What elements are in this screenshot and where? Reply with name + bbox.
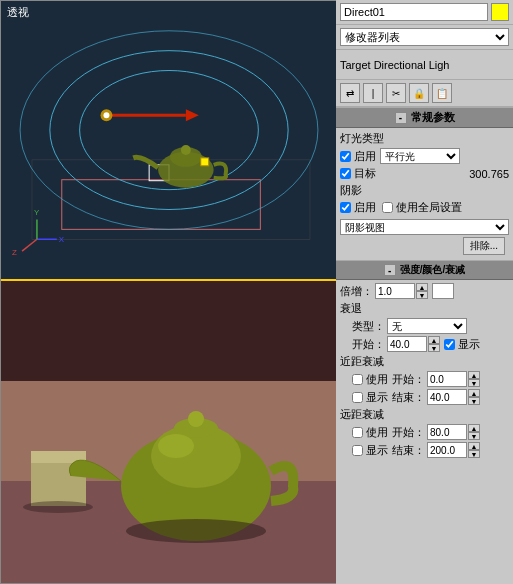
target-value: 300.765 <box>469 168 509 180</box>
near-attn-label-row: 近距衰减 <box>340 354 509 369</box>
near-use-checkbox[interactable] <box>352 374 363 385</box>
near-end-up[interactable]: ▲ <box>468 389 480 397</box>
viewport-top[interactable]: 透视 <box>1 1 336 281</box>
intensity-collapse[interactable]: - <box>384 264 396 276</box>
desc-text: Target Directional Ligh <box>340 59 449 71</box>
enable-type-row: 启用 平行光 <box>340 148 509 164</box>
far-start-down[interactable]: ▼ <box>468 432 480 440</box>
far-start-input[interactable] <box>427 424 467 440</box>
viewport-bottom[interactable] <box>1 281 336 583</box>
multiplier-input[interactable] <box>375 283 415 299</box>
name-row <box>336 0 513 25</box>
far-end-down[interactable]: ▼ <box>468 450 480 458</box>
svg-point-2 <box>50 51 288 210</box>
far-use-checkbox[interactable] <box>352 427 363 438</box>
normal-params-body: 灯光类型 启用 平行光 目标 300.765 阴影 启用 <box>336 128 513 260</box>
far-end-up[interactable]: ▲ <box>468 442 480 450</box>
shadow-global-checkbox[interactable] <box>382 202 393 213</box>
svg-rect-19 <box>201 158 209 166</box>
near-end-input[interactable] <box>427 389 467 405</box>
near-start-down[interactable]: ▼ <box>468 379 480 387</box>
decay-type-label: 类型： <box>352 319 385 334</box>
desc-row: Target Directional Ligh <box>336 50 513 80</box>
svg-text:Z: Z <box>12 248 17 257</box>
far-end-input[interactable] <box>427 442 467 458</box>
modifier-list-dropdown[interactable]: 修改器列表 <box>340 28 509 46</box>
multiplier-up[interactable]: ▲ <box>416 283 428 291</box>
near-start-label: 开始： <box>392 372 425 387</box>
multiplier-label: 倍增： <box>340 284 373 299</box>
decay-type-row: 类型： 无 <box>352 318 509 334</box>
decay-start-input[interactable] <box>387 336 427 352</box>
decay-type-dropdown[interactable]: 无 <box>387 318 467 334</box>
left-panel: 透视 <box>0 0 335 584</box>
light-type-row: 灯光类型 <box>340 131 509 146</box>
light-type-label: 灯光类型 <box>340 131 384 146</box>
near-attn-label: 近距衰减 <box>340 354 384 369</box>
svg-point-30 <box>23 501 93 513</box>
svg-point-31 <box>158 434 194 458</box>
decay-start-up[interactable]: ▲ <box>428 336 440 344</box>
icon-btn-3[interactable]: 🔒 <box>409 83 429 103</box>
svg-point-29 <box>126 519 266 543</box>
far-attn-label-row: 远距衰减 <box>340 407 509 422</box>
light-type-dropdown[interactable]: 平行光 <box>380 148 460 164</box>
far-start-up[interactable]: ▲ <box>468 424 480 432</box>
near-show-label: 显示 <box>366 390 388 405</box>
icon-btn-2[interactable]: ✂ <box>386 83 406 103</box>
svg-text:Y: Y <box>34 208 40 217</box>
enable-label: 启用 <box>354 149 376 164</box>
exclude-button[interactable]: 排除... <box>463 237 505 255</box>
near-use-label: 使用 <box>366 372 388 387</box>
decay-show-checkbox[interactable] <box>444 339 455 350</box>
multiplier-down[interactable]: ▼ <box>416 291 428 299</box>
decay-start-row: 开始： ▲ ▼ 显示 <box>352 336 509 352</box>
shadow-global-label: 使用全局设置 <box>396 200 462 215</box>
shadow-label-row: 阴影 <box>340 183 509 198</box>
shadow-enable-checkbox[interactable] <box>340 202 351 213</box>
far-show-label: 显示 <box>366 443 388 458</box>
far-show-checkbox[interactable] <box>352 445 363 456</box>
far-start-label: 开始： <box>392 425 425 440</box>
shadow-label: 阴影 <box>340 183 362 198</box>
far-use-start-row: 使用 开始： ▲ ▼ <box>352 424 509 440</box>
decay-show-label: 显示 <box>458 337 480 352</box>
intensity-header: - 强度/颜色/衰减 <box>336 260 513 280</box>
icons-row: ⇄ | ✂ 🔒 📋 <box>336 80 513 107</box>
svg-text:X: X <box>59 235 65 244</box>
svg-marker-10 <box>186 109 199 121</box>
intensity-body: 倍增： ▲ ▼ 衰退 类型： 无 开始： <box>336 280 513 463</box>
main-container: 透视 <box>0 0 513 584</box>
object-name-input[interactable] <box>340 3 488 21</box>
multiplier-row: 倍增： ▲ ▼ <box>340 283 509 299</box>
icon-btn-4[interactable]: 📋 <box>432 83 452 103</box>
viewport-top-svg: X Y Z <box>1 1 336 279</box>
near-show-checkbox[interactable] <box>352 392 363 403</box>
shadow-enable-row: 启用 使用全局设置 <box>340 200 509 215</box>
viewport-bottom-svg <box>1 281 336 583</box>
target-row: 目标 300.765 <box>340 166 509 181</box>
near-use-start-row: 使用 开始： ▲ ▼ <box>352 371 509 387</box>
object-color-box[interactable] <box>491 3 509 21</box>
shadow-enable-label: 启用 <box>354 200 376 215</box>
decay-label-row: 衰退 <box>340 301 509 316</box>
svg-point-8 <box>181 145 191 155</box>
svg-rect-1 <box>62 180 261 230</box>
normal-params-collapse[interactable]: - <box>395 112 407 124</box>
near-show-end-row: 显示 结束： ▲ ▼ <box>352 389 509 405</box>
near-end-label: 结束： <box>392 390 425 405</box>
icon-btn-0[interactable]: ⇄ <box>340 83 360 103</box>
near-start-up[interactable]: ▲ <box>468 371 480 379</box>
target-checkbox[interactable] <box>340 168 351 179</box>
shadow-map-dropdown[interactable]: 阴影视图 <box>340 219 509 235</box>
svg-point-28 <box>188 411 204 427</box>
decay-start-down[interactable]: ▼ <box>428 344 440 352</box>
icon-btn-1[interactable]: | <box>363 83 383 103</box>
exclude-row: 排除... <box>340 235 509 257</box>
modifier-list-row: 修改器列表 <box>336 25 513 50</box>
color-swatch[interactable] <box>432 283 454 299</box>
near-start-input[interactable] <box>427 371 467 387</box>
far-show-end-row: 显示 结束： ▲ ▼ <box>352 442 509 458</box>
enable-checkbox[interactable] <box>340 151 351 162</box>
near-end-down[interactable]: ▼ <box>468 397 480 405</box>
